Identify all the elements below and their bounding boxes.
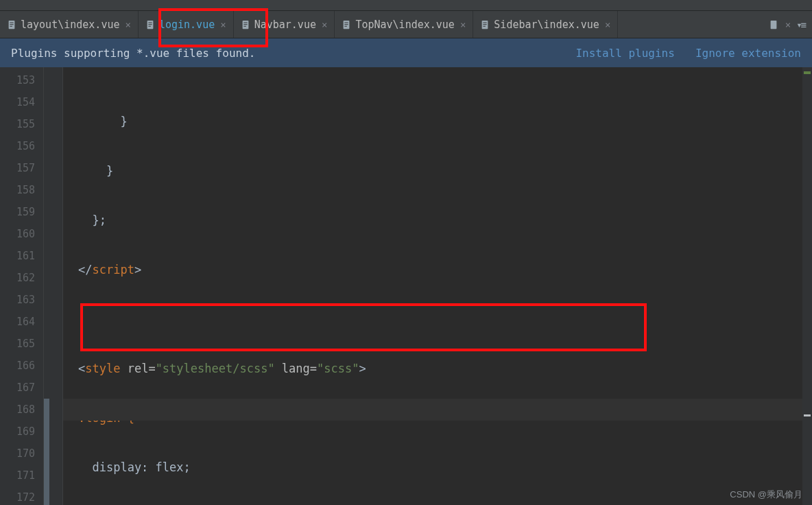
svg-rect-20 xyxy=(770,20,776,28)
line-number: 157 xyxy=(0,157,35,179)
file-icon xyxy=(480,20,490,30)
code-content[interactable]: } } }; </script> <style rel="stylesheet/… xyxy=(63,67,802,505)
ignore-extension-link[interactable]: Ignore extension xyxy=(695,47,801,60)
svg-rect-6 xyxy=(148,24,152,25)
line-number: 166 xyxy=(0,355,35,377)
close-icon[interactable]: × xyxy=(126,20,131,30)
line-number-gutter: 153 154 155 156 157 158 159 160 161 162 … xyxy=(0,67,44,505)
close-icon[interactable]: × xyxy=(460,20,466,30)
svg-rect-15 xyxy=(345,25,348,26)
svg-rect-3 xyxy=(10,25,12,26)
line-number: 154 xyxy=(0,91,35,113)
tab-label: layout\index.vue xyxy=(21,19,120,31)
tab-list-icon[interactable]: ▾≡ xyxy=(796,19,805,30)
file-icon xyxy=(241,20,250,30)
close-icon[interactable]: × xyxy=(322,20,327,30)
line-number: 167 xyxy=(0,377,35,399)
line-number: 169 xyxy=(0,421,35,443)
caret-mark xyxy=(804,414,811,416)
svg-rect-9 xyxy=(243,22,247,23)
close-icon[interactable]: × xyxy=(220,20,226,30)
line-number: 162 xyxy=(0,267,35,289)
line-number: 172 xyxy=(0,486,35,505)
line-number: 156 xyxy=(0,135,35,157)
tab-layout-index[interactable]: layout\index.vue × xyxy=(0,11,139,38)
line-number: 159 xyxy=(0,201,35,223)
svg-rect-11 xyxy=(243,25,246,26)
line-number: 155 xyxy=(0,113,35,135)
tab-sidebar[interactable]: Sidebar\index.vue × xyxy=(473,11,618,38)
svg-rect-14 xyxy=(345,24,348,25)
svg-rect-19 xyxy=(483,25,486,26)
close-icon[interactable]: × xyxy=(605,20,610,30)
line-number: 168 xyxy=(0,399,35,421)
line-number: 153 xyxy=(0,69,35,91)
install-plugins-link[interactable]: Install plugins xyxy=(575,47,675,60)
scope-highlight xyxy=(44,399,49,505)
tab-topnav[interactable]: TopNav\index.vue × xyxy=(335,11,473,38)
svg-rect-5 xyxy=(148,22,152,23)
tab-label: login.vue xyxy=(159,19,215,31)
plugins-notification-bar: Plugins supporting *.vue files found. In… xyxy=(0,38,812,67)
svg-rect-17 xyxy=(483,22,487,23)
editor-tab-bar: layout\index.vue × login.vue × Navbar.vu… xyxy=(0,11,812,38)
svg-rect-18 xyxy=(483,24,487,25)
tab-label: Navbar.vue xyxy=(254,19,316,31)
svg-rect-10 xyxy=(243,24,247,25)
file-icon[interactable] xyxy=(769,20,778,30)
top-banner xyxy=(0,0,812,11)
file-icon xyxy=(342,20,351,30)
tabbar-overflow: × ▾≡ xyxy=(762,11,812,38)
line-number: 163 xyxy=(0,289,35,311)
file-icon xyxy=(145,20,155,30)
svg-rect-1 xyxy=(10,22,13,23)
line-number: 170 xyxy=(0,443,35,465)
line-number: 165 xyxy=(0,333,35,355)
watermark: CSDN @乘风偷月 xyxy=(730,489,802,501)
error-stripe[interactable] xyxy=(802,67,812,505)
svg-rect-13 xyxy=(345,22,348,23)
line-number: 160 xyxy=(0,223,35,245)
line-number: 158 xyxy=(0,179,35,201)
tab-label: Sidebar\index.vue xyxy=(494,19,599,31)
line-number: 164 xyxy=(0,311,35,333)
warning-mark xyxy=(804,71,811,74)
svg-rect-2 xyxy=(10,24,13,25)
tab-navbar[interactable]: Navbar.vue × xyxy=(234,11,335,38)
fold-strip xyxy=(44,67,63,505)
svg-rect-7 xyxy=(148,25,151,26)
file-icon xyxy=(7,20,16,30)
line-number: 171 xyxy=(0,465,35,486)
editor: 153 154 155 156 157 158 159 160 161 162 … xyxy=(0,67,812,505)
caret-line xyxy=(63,399,802,421)
plugins-message: Plugins supporting *.vue files found. xyxy=(11,47,255,60)
tab-label: TopNav\index.vue xyxy=(355,19,455,31)
close-icon[interactable]: × xyxy=(785,20,791,30)
line-number: 161 xyxy=(0,245,35,267)
tab-login[interactable]: login.vue × xyxy=(139,11,234,38)
